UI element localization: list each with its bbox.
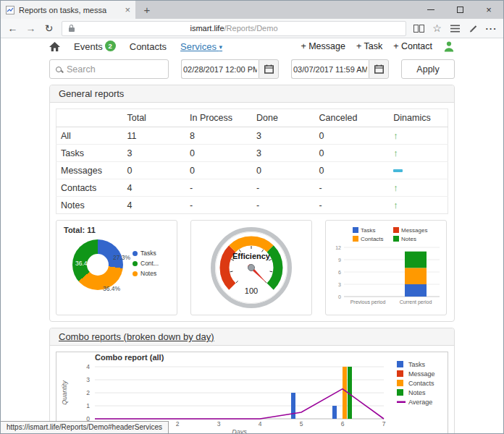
date-to-input[interactable]: [291, 59, 369, 79]
reports-table-body: All11830↑Tasks3030↑Messages0000Contacts4…: [56, 127, 448, 214]
date-to-group: [291, 59, 389, 79]
header-actions: + Message + Task + Contact: [301, 41, 455, 52]
gauge-value: 100: [245, 286, 258, 295]
cell-value: 0: [122, 162, 185, 179]
legend-swatch: [397, 361, 403, 367]
legend-swatch: [353, 236, 358, 242]
svg-text:Messages: Messages: [401, 227, 427, 234]
bar-segment: [405, 284, 427, 297]
trend-up-icon: ↑: [389, 179, 448, 197]
stacked-bar-chart-card: 036912TasksMessagesContactsNotesPrevious…: [325, 220, 447, 315]
tab-close-icon[interactable]: ×: [125, 5, 130, 14]
arrow-up-icon: ↑: [393, 130, 398, 141]
gauge-chart: Efficiency100: [208, 224, 295, 311]
close-button[interactable]: ×: [474, 1, 503, 19]
home-icon[interactable]: [49, 42, 60, 51]
web-note-icon[interactable]: [464, 20, 482, 37]
svg-text:1: 1: [86, 402, 90, 409]
svg-text:6: 6: [341, 420, 345, 427]
combo-reports-panel: Combo reports (broken down by day) Combo…: [49, 328, 455, 433]
add-task-button[interactable]: + Task: [356, 41, 382, 51]
cell-value: 3: [122, 145, 185, 162]
column-header: In Process: [185, 109, 252, 127]
reports-table: TotalIn ProcessDoneCanceledDinamics All1…: [56, 109, 448, 214]
arrow-up-icon: ↑: [393, 182, 398, 193]
back-button[interactable]: ←: [4, 20, 22, 37]
search-input[interactable]: [67, 64, 162, 75]
bar: [332, 406, 337, 419]
average-line: [95, 389, 384, 419]
menu-contacts[interactable]: Contacts: [130, 41, 167, 52]
donut-chart-card: Total: 11 36.4% 27.3% 36.4% TasksCont...…: [56, 220, 177, 315]
apply-button[interactable]: Apply: [401, 59, 455, 79]
refresh-button[interactable]: ↻: [40, 20, 58, 37]
cell-value: 3: [252, 127, 315, 145]
search-icon: [56, 67, 62, 72]
calendar-to-button[interactable]: [369, 59, 389, 79]
bar-segment: [405, 252, 427, 268]
cell-value: 0: [252, 162, 315, 179]
legend-swatch: [393, 236, 399, 242]
svg-text:0: 0: [338, 294, 341, 299]
legend-label: Cont...: [140, 260, 159, 267]
more-icon[interactable]: ···: [482, 20, 500, 37]
tab-title: Reports on tasks, messa: [19, 6, 120, 14]
maximize-button[interactable]: [445, 1, 474, 19]
svg-text:2: 2: [176, 420, 180, 427]
favorites-star-icon[interactable]: ☆: [428, 20, 446, 37]
add-contact-button[interactable]: + Contact: [393, 41, 432, 51]
reading-view-icon[interactable]: [410, 20, 428, 37]
menu-events[interactable]: Events2: [74, 41, 116, 52]
minimize-icon: [427, 9, 434, 10]
date-from-group: [181, 59, 279, 79]
column-header: Total: [122, 109, 185, 127]
cell-value: -: [252, 197, 315, 214]
bar: [343, 367, 347, 419]
svg-text:5: 5: [300, 420, 303, 427]
cell-value: 4: [122, 197, 185, 214]
browser-tab[interactable]: Reports on tasks, messa ×: [1, 1, 135, 19]
svg-text:Previous period: Previous period: [350, 299, 386, 305]
search-box[interactable]: [49, 59, 169, 79]
menu-services[interactable]: Services ▾: [180, 41, 222, 52]
donut-label-notes: 36.4%: [103, 285, 120, 292]
svg-text:4: 4: [259, 420, 262, 427]
column-header: Done: [252, 109, 315, 127]
donut-legend-item: Tasks: [133, 250, 159, 257]
events-badge: 2: [105, 41, 116, 51]
legend-swatch: [393, 227, 399, 233]
general-reports-panel: General reports TotalIn ProcessDoneCance…: [49, 85, 455, 322]
svg-text:Message: Message: [408, 370, 435, 378]
legend-line-swatch: [397, 401, 406, 404]
minimize-button[interactable]: [416, 1, 445, 19]
legend-swatch: [397, 380, 403, 386]
svg-text:4: 4: [86, 363, 90, 370]
svg-text:Days: Days: [232, 428, 247, 433]
svg-text:Tasks: Tasks: [408, 361, 426, 368]
svg-text:12: 12: [335, 245, 341, 250]
calendar-from-button[interactable]: [259, 59, 279, 79]
page-content: Events2 Contacts Services ▾ + Message + …: [1, 38, 503, 433]
date-from-input[interactable]: [181, 59, 259, 79]
donut-title: Total: 11: [64, 226, 96, 234]
tab-strip: Reports on tasks, messa × + ×: [1, 1, 503, 19]
new-tab-button[interactable]: +: [135, 1, 159, 19]
column-header: Dinamics: [389, 109, 448, 127]
trend-up-icon: ↑: [389, 197, 448, 214]
table-row: All11830↑: [56, 127, 448, 145]
donut-legend-item: Cont...: [133, 260, 159, 267]
row-label: All: [56, 127, 123, 145]
forward-button[interactable]: →: [22, 20, 40, 37]
cell-value: -: [185, 197, 252, 214]
column-header: [56, 109, 123, 127]
general-reports-title: General reports: [50, 85, 454, 103]
svg-text:Average: Average: [408, 399, 432, 406]
table-row: Contacts4---↑: [56, 179, 448, 197]
svg-text:Quantity: Quantity: [61, 380, 68, 405]
user-profile-icon[interactable]: [443, 41, 455, 52]
hub-icon[interactable]: [446, 20, 464, 37]
svg-text:3: 3: [86, 376, 90, 383]
cell-value: -: [252, 179, 315, 197]
add-message-button[interactable]: + Message: [301, 41, 345, 51]
address-bar[interactable]: ismart.life/Reports/Demo: [62, 21, 406, 36]
